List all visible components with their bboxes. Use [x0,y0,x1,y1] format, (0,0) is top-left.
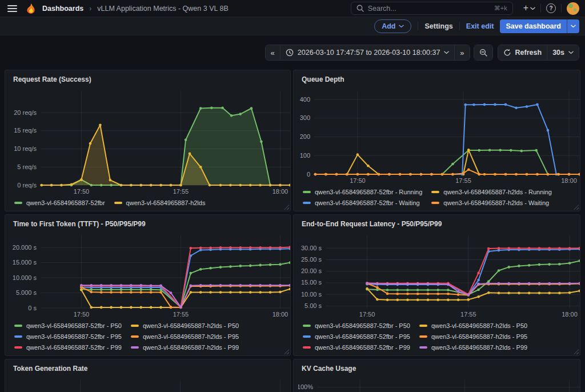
clock-icon [286,49,294,57]
panel-request-rate-success: Request Rate (Success)0 req/s5 req/s10 r… [5,70,291,211]
svg-text:15.000 s: 15.000 s [13,259,37,266]
legend-item[interactable]: qwen3-vl-6584965887-52fbr - P95 [14,331,122,342]
panel-title[interactable]: KV Cache Usage [294,359,580,375]
divider [459,22,460,30]
legend-item[interactable]: qwen3-vl-6584965887-h2lds - Waiting [431,197,552,208]
zoom-out-button[interactable] [474,45,492,60]
grafana-logo-icon[interactable] [25,3,37,14]
svg-text:17:50: 17:50 [359,311,375,318]
legend-item[interactable]: qwen3-vl-6584965887-h2lds - P99 [419,342,527,353]
legend-item[interactable]: qwen3-vl-6584965887-h2lds [114,197,206,208]
svg-text:5 req/s: 5 req/s [17,163,37,170]
legend-item[interactable]: qwen3-vl-6584965887-h2lds - P95 [419,331,527,342]
add-panel-button[interactable]: Add [374,19,411,33]
svg-text:17:55: 17:55 [460,311,476,318]
legend-series-swatch [14,346,22,349]
chevron-down-icon [444,51,449,54]
avatar[interactable] [567,2,579,15]
menu-icon[interactable] [7,5,17,12]
refresh-group: Refresh 30s [498,45,579,61]
svg-text:10.000 s: 10.000 s [13,274,37,281]
legend-series-swatch [14,325,22,327]
legend-series-label: qwen3-vl-6584965887-52fbr - P95 [26,333,122,340]
chart-token-generation-rate[interactable]: 17:5017:5518:00 [5,375,290,392]
divider [561,4,562,13]
time-range-group: « 2026-03-10 17:47:57 to 2026-03-10 18:0… [265,45,470,61]
legend-series-label: qwen3-vl-6584965887-52fbr - Waiting [315,199,420,206]
legend-item[interactable]: qwen3-vl-6584965887-h2lds - Running [431,186,552,197]
panel-queue-depth: Queue Depth010020030040017:5017:5518:00q… [293,70,580,211]
breadcrumb-page-title[interactable]: vLLM Application Metrics - Qwen 3 VL 8B [97,5,229,13]
chevron-down-icon [571,25,576,28]
legend-series-swatch [131,346,139,349]
time-shift-back-button[interactable]: « [266,45,280,60]
svg-text:10 req/s: 10 req/s [14,145,37,152]
panel-title[interactable]: Request Rate (Success) [5,70,290,86]
legend-series-label: qwen3-vl-6584965887-h2lds - P99 [431,344,527,351]
refresh-button[interactable]: Refresh [498,45,547,60]
legend-item[interactable]: qwen3-vl-6584965887-52fbr - P99 [14,342,122,353]
legend: qwen3-vl-6584965887-52fbrqwen3-vl-658496… [5,197,290,211]
legend-item[interactable]: qwen3-vl-6584965887-52fbr [14,197,105,208]
legend-series-label: qwen3-vl-6584965887-52fbr - P99 [26,344,122,351]
breadcrumb-dashboards[interactable]: Dashboards [42,5,83,13]
legend-item[interactable]: qwen3-vl-6584965887-52fbr - Waiting [303,197,422,208]
refresh-interval-dropdown[interactable]: 30s [547,45,579,60]
top-nav: Dashboards › vLLM Application Metrics - … [0,0,585,17]
legend: qwen3-vl-6584965887-52fbr - Runningqwen3… [294,186,580,211]
time-shift-forward-button[interactable]: » [454,45,469,60]
svg-text:20 req/s: 20 req/s [14,109,37,116]
time-range-picker[interactable]: 2026-03-10 17:47:57 to 2026-03-10 18:00:… [280,45,455,60]
panel-title[interactable]: Queue Depth [294,70,580,86]
save-dashboard-button[interactable]: Save dashboard [500,19,579,33]
legend-item[interactable]: qwen3-vl-6584965887-h2lds - P50 [419,320,527,331]
legend-item[interactable]: qwen3-vl-6584965887-52fbr - P50 [14,320,122,331]
legend-series-label: qwen3-vl-6584965887-52fbr - Running [315,189,422,195]
legend: qwen3-vl-6584965887-52fbr - P50qwen3-vl-… [5,319,290,355]
time-range-text: 2026-03-10 17:47:57 to 2026-03-10 18:00:… [298,49,440,57]
chart-kv-cache-usage[interactable]: 100%17:5017:5518:00 [294,375,580,392]
svg-text:200: 200 [300,133,310,140]
legend-series-label: qwen3-vl-6584965887-h2lds - P95 [431,333,527,340]
legend-series-label: qwen3-vl-6584965887-h2lds - P50 [143,322,239,329]
svg-text:20.000 s: 20.000 s [13,244,37,251]
chart-request-rate-success[interactable]: 0 req/s5 req/s10 req/s15 req/s20 req/s17… [5,86,290,197]
exit-edit-button[interactable]: Exit edit [466,22,494,30]
chevron-down-icon [530,7,535,10]
legend-item[interactable]: qwen3-vl-6584965887-h2lds - P50 [131,320,239,331]
add-new-button[interactable]: + [523,4,535,13]
legend-series-swatch [14,335,22,338]
svg-text:400: 400 [300,96,310,103]
legend-series-label: qwen3-vl-6584965887-h2lds [126,199,206,206]
chart-ttft[interactable]: 0 s5.000 s10.000 s15.000 s20.000 s17:501… [5,231,290,319]
svg-text:18:00: 18:00 [562,311,578,318]
legend-series-label: qwen3-vl-6584965887-h2lds - P99 [143,344,239,351]
chart-queue-depth[interactable]: 010020030040017:5017:5518:00 [294,86,580,186]
legend-series-swatch [303,191,311,193]
svg-text:17:50: 17:50 [350,177,366,184]
legend-item[interactable]: qwen3-vl-6584965887-h2lds - P99 [131,342,239,353]
legend-item[interactable]: qwen3-vl-6584965887-52fbr - P50 [303,320,410,331]
legend-item[interactable]: qwen3-vl-6584965887-52fbr - P95 [303,331,410,342]
svg-text:10.00 s: 10.00 s [301,291,322,298]
legend-item[interactable]: qwen3-vl-6584965887-h2lds - P95 [131,331,239,342]
panel-title[interactable]: End-to-End Request Latency - P50/P95/P99 [294,215,580,231]
legend-item[interactable]: qwen3-vl-6584965887-52fbr - P99 [303,342,410,353]
svg-text:300: 300 [300,114,310,121]
legend-series-swatch [431,191,439,193]
panel-title[interactable]: Token Generation Rate [5,359,290,375]
chevron-down-icon [399,25,404,28]
chart-e2e-latency[interactable]: 5.00 s10.00 s15.00 s20.00 s25.00 s30.00 … [294,231,580,319]
legend: qwen3-vl-6584965887-52fbr - P50qwen3-vl-… [294,319,580,355]
panel-token-generation-rate: Token Generation Rate17:5017:5518:00 [5,359,291,392]
legend-series-swatch [14,202,22,204]
legend-item[interactable]: qwen3-vl-6584965887-52fbr - Running [303,186,422,197]
search-icon [356,5,364,12]
search-input[interactable]: Search... ⌘+k [351,2,513,15]
panel-title[interactable]: Time to First Token (TTFT) - P50/P95/P99 [5,215,290,231]
help-icon[interactable]: ? [546,3,556,13]
legend-series-label: qwen3-vl-6584965887-h2lds - Running [443,189,552,195]
settings-button[interactable]: Settings [424,22,452,30]
save-options-chevron[interactable] [567,19,579,33]
legend-series-swatch [303,346,311,349]
